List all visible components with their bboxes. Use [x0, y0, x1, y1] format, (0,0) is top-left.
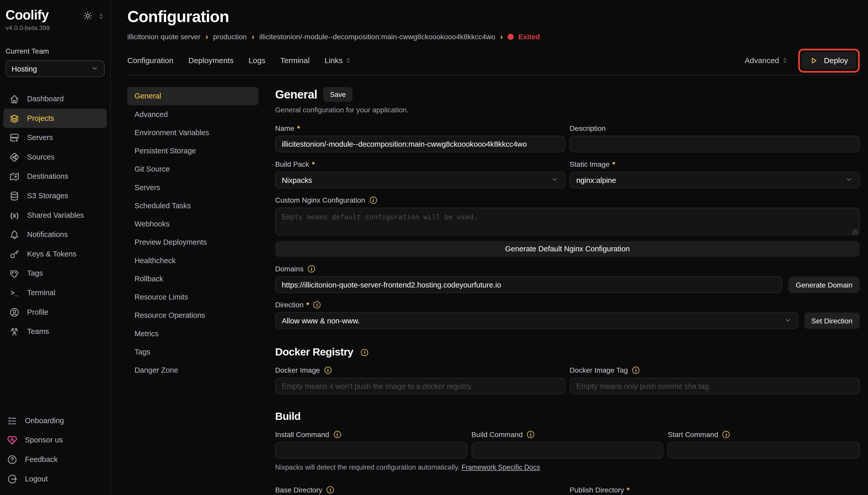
domains-input[interactable] — [275, 276, 782, 293]
heart-handshake-icon — [7, 434, 18, 445]
submenu-item-metrics[interactable]: Metrics — [127, 324, 259, 343]
start-command-label: Start Command i — [668, 430, 860, 439]
sidebar-item-feedback[interactable]: Feedback — [1, 449, 109, 469]
static-image-select[interactable]: nginx:alpine — [570, 172, 860, 188]
build-pack-label: Build Pack* — [275, 160, 565, 168]
start-command-input[interactable] — [668, 442, 860, 459]
info-icon: i — [633, 367, 640, 374]
section-title-docker-registry: Docker Registry — [275, 346, 353, 359]
home-icon — [9, 93, 20, 104]
selector-icon — [782, 57, 789, 64]
submenu-item-servers[interactable]: Servers — [127, 178, 259, 197]
section-title-build: Build — [275, 410, 300, 423]
sidebar-item-dashboard[interactable]: Dashboard — [3, 89, 107, 109]
chevron-right-icon: › — [206, 32, 208, 41]
nixpacks-note: Nixpacks will detect the required config… — [275, 463, 860, 471]
description-input[interactable] — [570, 136, 860, 152]
team-select[interactable]: Hosting — [6, 60, 105, 77]
sidebar-item-sponsor-us[interactable]: Sponsor us — [1, 430, 109, 450]
info-icon: i — [324, 367, 332, 374]
theme-selector-icon[interactable] — [98, 12, 105, 22]
info-icon: i — [527, 431, 534, 438]
custom-nginx-label: Custom Nginx Configuration i — [275, 196, 860, 204]
submenu-item-resource-limits[interactable]: Resource Limits — [127, 288, 259, 306]
docker-image-input[interactable] — [275, 378, 565, 394]
sidebar-item-servers[interactable]: Servers — [3, 128, 107, 148]
resize-grip-icon[interactable] — [852, 229, 857, 234]
coolify-app: Coolify v4.0.0-beta.399 Current Team Hos… — [0, 0, 868, 495]
chevron-down-icon — [91, 64, 99, 73]
submenu-item-tags[interactable]: Tags — [127, 343, 259, 361]
sidebar-item-terminal[interactable]: >_ Terminal — [3, 283, 107, 302]
name-input[interactable] — [275, 136, 565, 152]
sidebar-item-teams[interactable]: Teams — [3, 322, 107, 341]
sidebar-item-notifications[interactable]: Notifications — [3, 225, 107, 244]
sidebar-item-keys-tokens[interactable]: Keys & Tokens — [3, 244, 107, 264]
tab-terminal[interactable]: Terminal — [280, 56, 309, 65]
submenu-item-environment-variables[interactable]: Environment Variables — [127, 124, 259, 142]
tab-logs[interactable]: Logs — [249, 56, 266, 65]
save-button[interactable]: Save — [323, 87, 352, 102]
custom-nginx-textarea[interactable] — [275, 208, 860, 236]
submenu-item-rollback[interactable]: Rollback — [127, 270, 259, 288]
info-icon: i — [361, 348, 368, 356]
info-icon: i — [308, 265, 315, 272]
sidebar-item-s3-storages[interactable]: S3 Storages — [3, 186, 107, 206]
install-command-input[interactable] — [275, 442, 467, 459]
generate-domain-button[interactable]: Generate Domain — [789, 276, 860, 293]
section-subtitle: General configuration for your applicati… — [275, 106, 860, 114]
submenu-item-danger-zone[interactable]: Danger Zone — [127, 361, 259, 379]
docker-image-tag-input[interactable] — [570, 378, 860, 394]
tab-configuration[interactable]: Configuration — [127, 56, 174, 65]
current-team-label: Current Team — [6, 47, 105, 55]
install-command-label: Install Command i — [275, 430, 467, 439]
chevron-down-icon — [845, 175, 853, 185]
direction-select[interactable]: Allow www & non-www. — [275, 312, 798, 329]
submenu-item-healthcheck[interactable]: Healthcheck — [127, 251, 259, 270]
tab-links[interactable]: Links — [324, 56, 352, 65]
sidebar-item-sources[interactable]: Sources — [3, 147, 107, 167]
submenu-item-scheduled-tasks[interactable]: Scheduled Tasks — [127, 197, 259, 215]
key-icon — [9, 248, 20, 259]
submenu-item-git-source[interactable]: Git Source — [127, 160, 259, 178]
build-pack-select[interactable]: Nixpacks — [275, 172, 565, 188]
git-icon — [9, 152, 20, 163]
generate-nginx-button[interactable]: Generate Default Nginx Configuration — [275, 241, 860, 257]
deploy-button[interactable]: Deploy — [802, 52, 856, 69]
docker-image-tag-label: Docker Image Tag i — [570, 366, 860, 374]
submenu-item-advanced[interactable]: Advanced — [127, 105, 259, 123]
theme-sun-icon[interactable] — [83, 11, 92, 22]
breadcrumb-application[interactable]: illicitestonion/-module--decomposition:m… — [259, 32, 495, 40]
sidebar-item-projects[interactable]: Projects — [3, 108, 107, 128]
submenu-item-webhooks[interactable]: Webhooks — [127, 215, 259, 233]
tab-deployments[interactable]: Deployments — [189, 56, 233, 65]
tab-bar: Configuration Deployments Logs Terminal … — [127, 46, 860, 75]
breadcrumb-project[interactable]: illicitonion quote server — [127, 32, 201, 40]
chevron-right-icon: › — [500, 32, 503, 41]
build-command-input[interactable] — [472, 442, 663, 459]
publish-directory-label: Publish Directory* — [570, 486, 860, 494]
base-directory-label: Base Directory i — [275, 486, 565, 494]
main-area: Configuration illicitonion quote server … — [111, 0, 868, 495]
sidebar-item-logout[interactable]: Logout — [1, 469, 109, 489]
submenu-item-general[interactable]: General — [127, 87, 259, 105]
map-icon — [9, 171, 20, 182]
sidebar-item-destinations[interactable]: Destinations — [3, 167, 107, 186]
sidebar-menu: Dashboard Projects Servers Sources Desti… — [3, 89, 107, 341]
submenu-item-persistent-storage[interactable]: Persistent Storage — [127, 142, 259, 160]
app-version: v4.0.0-beta.399 — [6, 24, 105, 31]
submenu-item-preview-deployments[interactable]: Preview Deployments — [127, 233, 259, 251]
framework-docs-link[interactable]: Framework Specific Docs — [461, 463, 540, 471]
info-icon: i — [723, 431, 730, 438]
submenu-item-resource-operations[interactable]: Resource Operations — [127, 306, 259, 324]
config-submenu: General Advanced Environment Variables P… — [127, 87, 259, 495]
set-direction-button[interactable]: Set Direction — [804, 312, 860, 329]
advanced-dropdown[interactable]: Advanced — [745, 56, 789, 65]
sidebar-item-tags[interactable]: Tags — [3, 264, 107, 283]
app-logo[interactable]: Coolify — [6, 7, 49, 22]
sidebar-item-onboarding[interactable]: Onboarding — [1, 411, 109, 430]
sidebar-item-profile[interactable]: Profile — [3, 302, 107, 322]
sidebar-item-shared-variables[interactable]: (x) Shared Variables — [3, 205, 107, 225]
breadcrumb-environment[interactable]: production — [213, 32, 247, 40]
play-icon — [810, 56, 818, 64]
